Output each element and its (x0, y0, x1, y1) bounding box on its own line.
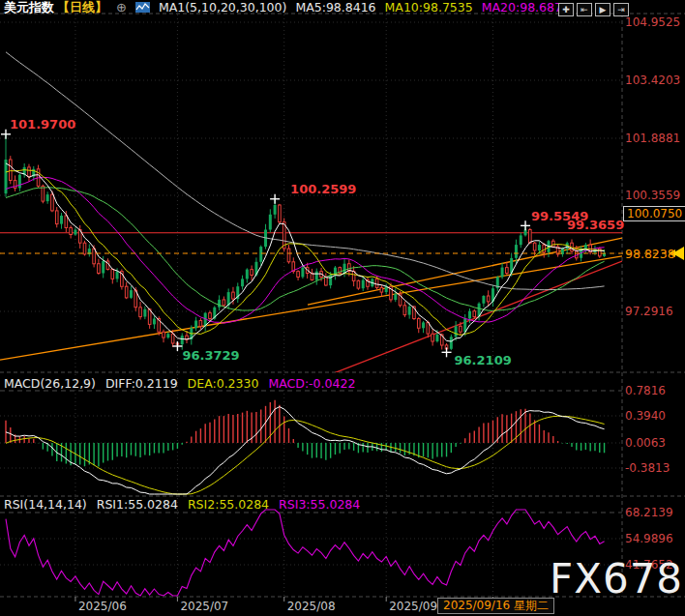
fx678-chart-app: 美元指数【日线】 ⊕ MA1(5,10,20,30,100) MA5:98.84… (0, 0, 685, 616)
macd-dea-value: DEA:0.2330 (188, 376, 259, 391)
ma5-value: MA5:98.8416 (295, 0, 375, 15)
ma-settings-label: MA1(5,10,20,30,100) (159, 0, 286, 15)
x-axis-shift-icon[interactable]: ⇥ (613, 3, 629, 16)
chart-canvas[interactable] (0, 0, 685, 616)
macd-header: MACD(26,12,9) DIFF:0.2119 DEA:0.2330 MAC… (4, 376, 355, 391)
chart-type-icon[interactable] (135, 2, 150, 13)
macd-hist-value: MACD:-0.0422 (268, 376, 355, 391)
rsi-header: RSI(14,14,14) RSI1:55.0284 RSI2:55.0284 … (4, 497, 360, 512)
current-price-label: 98.8238 (625, 247, 675, 261)
period-tag: 【日线】 (57, 0, 107, 16)
current-date-box: 2025/09/16 星期二 (437, 598, 554, 614)
instrument-title: 美元指数 (4, 0, 54, 16)
ma20-value: MA20:98.6878 (482, 0, 570, 15)
macd-title: MACD(26,12,9) (4, 376, 96, 391)
alert-price-box: 100.0750 (623, 206, 685, 221)
chart-header: 美元指数【日线】 ⊕ MA1(5,10,20,30,100) MA5:98.84… (4, 0, 570, 15)
rsi1-value: RSI1:55.0284 (97, 497, 178, 512)
watermark-logo: FX678 (550, 555, 683, 602)
x-axis-play-icon[interactable]: ▶ (595, 3, 611, 16)
rsi-title: RSI(14,14,14) (4, 497, 87, 512)
add-indicator-icon[interactable]: ⊕ (116, 0, 127, 15)
rsi3-value: RSI3:55.0284 (279, 497, 360, 512)
macd-diff-value: DIFF:0.2119 (105, 376, 178, 391)
chart-toolbar: ✚ ⇤ ▶ ⇥ (558, 3, 629, 16)
move-icon[interactable]: ✚ (558, 3, 574, 16)
rsi2-value: RSI2:55.0284 (188, 497, 269, 512)
x-axis-compress-icon[interactable]: ⇤ (577, 3, 592, 16)
hline-price-label: 99.3659 (567, 218, 619, 232)
ma10-value: MA10:98.7535 (385, 0, 473, 15)
